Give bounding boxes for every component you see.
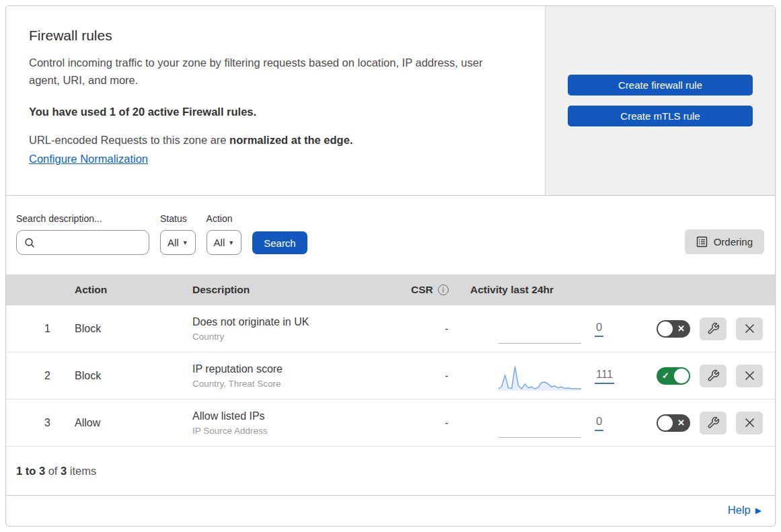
- activity-sparkline-flat: [498, 410, 581, 438]
- rule-fields: Country, Threat Score: [192, 379, 411, 389]
- activity-count-link[interactable]: 0: [595, 415, 603, 431]
- filter-bar: Search description... Status All▼ Action…: [6, 196, 775, 274]
- header-section: Firewall rules Control incoming traffic …: [6, 6, 775, 196]
- pagination-summary: 1 to 3 of 3 items: [6, 447, 775, 496]
- rule-controls: ✓: [632, 365, 775, 387]
- toggle-knob: [674, 369, 689, 383]
- rule-priority: 2: [6, 370, 75, 382]
- rule-fields: IP Source Address: [192, 426, 411, 436]
- items-range: 1 to 3: [16, 465, 45, 477]
- rule-csr: -: [411, 370, 470, 382]
- triangle-right-icon: ▶: [755, 506, 761, 515]
- search-input[interactable]: [38, 231, 146, 254]
- header-text-block: Firewall rules Control incoming traffic …: [6, 6, 546, 195]
- page-title: Firewall rules: [29, 28, 518, 44]
- delete-rule-button[interactable]: [736, 412, 763, 434]
- firewall-rules-card: Firewall rules Control incoming traffic …: [5, 5, 776, 527]
- activity-count-link[interactable]: 0: [595, 321, 603, 337]
- rule-description-cell: Does not originate in UK Country: [192, 316, 411, 342]
- rule-action: Allow: [75, 417, 192, 429]
- items-text: items: [67, 465, 96, 477]
- normalization-bold: normalized at the edge.: [229, 134, 352, 146]
- rule-description[interactable]: Allow listed IPs: [192, 410, 411, 422]
- toggle-x-icon: ✕: [677, 320, 685, 338]
- rule-controls: ✕: [632, 317, 775, 340]
- edit-rule-button[interactable]: [700, 317, 727, 340]
- search-box[interactable]: [16, 230, 149, 255]
- of-text: of: [45, 465, 61, 477]
- create-mtls-rule-button[interactable]: Create mTLS rule: [568, 106, 753, 126]
- chevron-down-icon: ▼: [182, 239, 188, 246]
- create-firewall-rule-button[interactable]: Create firewall rule: [568, 75, 753, 96]
- search-button[interactable]: Search: [252, 231, 307, 254]
- delete-rule-button[interactable]: [736, 365, 763, 387]
- search-field-group: Search description...: [16, 213, 149, 255]
- rule-description-cell: Allow listed IPs IP Source Address: [192, 410, 411, 436]
- wrench-icon: [707, 369, 720, 382]
- wrench-icon: [707, 416, 720, 429]
- ordering-button-label: Ordering: [714, 236, 753, 248]
- rule-csr: -: [411, 417, 470, 429]
- edit-rule-button[interactable]: [700, 365, 727, 387]
- status-dropdown[interactable]: All▼: [160, 230, 196, 255]
- status-filter-group: Status All▼: [160, 213, 196, 255]
- usage-summary: You have used 1 of 20 active Firewall ru…: [29, 106, 518, 118]
- rule-controls: ✕: [632, 412, 775, 434]
- action-filter-group: Action All▼: [207, 213, 242, 255]
- table-header: Action Description CSRi Activity last 24…: [6, 274, 775, 305]
- sparkline-chart: [498, 365, 581, 393]
- rule-csr: -: [411, 323, 470, 335]
- close-icon: [744, 370, 755, 381]
- rule-activity-cell: 0: [470, 400, 632, 446]
- items-total: 3: [61, 465, 67, 477]
- wrench-icon: [707, 322, 720, 335]
- rule-description[interactable]: Does not originate in UK: [192, 316, 411, 328]
- chevron-down-icon: ▼: [228, 239, 234, 246]
- activity-sparkline: [498, 363, 581, 391]
- help-bar: Help▶: [6, 496, 775, 525]
- rule-enabled-toggle[interactable]: ✕: [657, 320, 690, 338]
- configure-normalization-link[interactable]: Configure Normalization: [29, 153, 148, 165]
- search-icon: [24, 237, 36, 249]
- toggle-check-icon: ✓: [662, 367, 669, 385]
- table-row: 3 Allow Allow listed IPs IP Source Addre…: [6, 400, 775, 447]
- activity-count-link[interactable]: 111: [595, 368, 614, 384]
- page-description: Control incoming traffic to your zone by…: [29, 54, 503, 89]
- toggle-x-icon: ✕: [677, 414, 685, 432]
- help-link[interactable]: Help▶: [728, 504, 761, 517]
- column-header-csr: CSRi: [411, 284, 470, 296]
- rule-description-cell: IP reputation score Country, Threat Scor…: [192, 363, 411, 389]
- table-row: 1 Block Does not originate in UK Country…: [6, 305, 775, 352]
- table-row: 2 Block IP reputation score Country, Thr…: [6, 352, 775, 400]
- rule-enabled-toggle[interactable]: ✓: [657, 367, 690, 385]
- actions-panel: Create firewall rule Create mTLS rule: [546, 6, 775, 195]
- rule-fields: Country: [192, 332, 411, 342]
- normalization-prefix: URL-encoded Requests to this zone are: [29, 134, 229, 146]
- rule-description[interactable]: IP reputation score: [192, 363, 411, 375]
- rule-priority: 1: [6, 323, 75, 335]
- toggle-knob: [658, 416, 673, 430]
- column-header-description: Description: [192, 284, 411, 296]
- column-header-action: Action: [75, 284, 192, 296]
- ordered-list-icon: [696, 236, 708, 248]
- edit-rule-button[interactable]: [700, 412, 727, 434]
- column-header-activity: Activity last 24hr: [470, 284, 632, 296]
- rule-activity-cell: 111: [470, 352, 632, 399]
- rule-action: Block: [75, 323, 192, 335]
- action-label: Action: [207, 213, 242, 224]
- rule-priority: 3: [6, 417, 75, 429]
- action-dropdown[interactable]: All▼: [207, 230, 242, 255]
- toggle-knob: [658, 321, 673, 336]
- activity-sparkline-flat: [498, 315, 581, 344]
- status-value: All: [168, 237, 179, 248]
- search-button-group: Search: [252, 231, 307, 255]
- close-icon: [744, 323, 755, 334]
- ordering-button[interactable]: Ordering: [685, 229, 764, 254]
- delete-rule-button[interactable]: [736, 317, 763, 340]
- rule-enabled-toggle[interactable]: ✕: [657, 414, 690, 432]
- search-label: Search description...: [16, 213, 149, 224]
- rule-activity-cell: 0: [470, 305, 632, 352]
- action-value: All: [214, 237, 225, 248]
- rule-action: Block: [75, 370, 192, 382]
- info-icon[interactable]: i: [438, 284, 449, 295]
